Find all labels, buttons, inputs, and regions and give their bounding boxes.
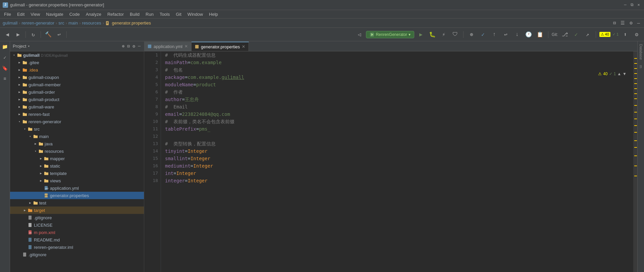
code-content[interactable]: # 代码生成器配置信息 mainPath=com.example # 包名 pa… [161,51,633,272]
bc-gulimall[interactable]: gulimall [3,20,17,26]
toolbar-history-btn[interactable]: 🕐 [524,30,533,39]
maven-panel-label[interactable]: m [638,62,644,71]
warning-badge[interactable]: ⚠ 40 [599,32,610,37]
toolbar-rollback-btn[interactable]: ↩ [501,30,511,39]
menu-build[interactable]: Build [127,11,142,17]
toolbar-refresh-btn[interactable]: ↻ [29,30,38,39]
menu-git[interactable]: Git [173,11,184,17]
minimize-button[interactable]: — [623,2,628,8]
expand-idea[interactable]: ▶ [17,67,22,73]
proj-locate-icon[interactable]: ⊕ [121,43,125,50]
expand-renren-fast[interactable]: ▶ [17,111,22,117]
menu-navigate[interactable]: Navigate [43,11,66,17]
expand-order[interactable]: ▶ [17,89,22,95]
tree-item-static[interactable]: ▶ static [10,162,144,170]
breadcrumb-collapse-btn[interactable]: ⊟ [612,19,617,27]
expand-views[interactable]: ▶ [38,178,44,183]
tree-item-product[interactable]: ▶ gulimall-product [10,96,144,103]
tree-item-iml[interactable]: renren-generator.iml [10,243,144,251]
expand-java[interactable]: ▶ [33,141,38,146]
expand-product[interactable]: ▶ [17,97,22,102]
database-panel-label[interactable]: Database [638,41,644,62]
tree-item-root-gitignore[interactable]: .gitignore [10,251,144,258]
close-button[interactable]: ✕ [636,2,641,8]
toolbar-commit-btn[interactable]: ✓ [478,30,488,39]
tree-item-application-yml[interactable]: yml application.yml [10,184,144,192]
menu-code[interactable]: Code [67,11,83,17]
toolbar-run-btn[interactable]: ▶ [416,30,426,39]
activity-bookmark-icon[interactable]: 🔖 [1,64,9,72]
toolbar-pull-btn[interactable]: ↓ [513,30,522,39]
tree-item-order[interactable]: ▶ gulimall-order [10,88,144,96]
tree-item-views[interactable]: ▶ views [10,177,144,184]
tree-item-gitignore[interactable]: .gitignore [10,214,144,221]
tab-application-yml-close[interactable]: ✕ [184,44,188,49]
tree-item-idea[interactable]: ▶ .idea [10,66,144,74]
breadcrumb-close-btn[interactable]: — [636,20,641,27]
breadcrumb-settings-btn[interactable]: ⚙ [628,19,634,27]
tree-item-template[interactable]: ▶ template [10,170,144,177]
maximize-button[interactable]: ⧉ [629,2,635,8]
tree-item-renren-generator[interactable]: ▾ renren-generator [10,118,144,125]
tree-item-mapper[interactable]: ▶ mapper [10,155,144,162]
tree-item-gulimall[interactable]: ▾ gulimall D:\IDEA\gulimall [10,51,144,59]
proj-close-icon[interactable]: — [137,43,141,50]
expand-gulimall[interactable]: ▾ [11,52,17,58]
toolbar-settings-btn[interactable]: ⚙ [632,30,641,39]
tree-item-pom[interactable]: xml m pom.xml [10,229,144,236]
run-config-button[interactable]: RenrenGenerator ▾ [366,31,414,38]
tree-item-renren-fast[interactable]: ▶ renren-fast [10,110,144,118]
menu-window[interactable]: Window [185,11,206,17]
expand-coupon[interactable]: ▶ [17,75,22,80]
proj-collapse-icon[interactable]: ⊟ [127,43,131,50]
menu-file[interactable]: File [1,11,14,17]
expand-mapper[interactable]: ▶ [38,156,44,161]
tree-item-member[interactable]: ▶ gulimall-member [10,81,144,88]
breadcrumb-expand-btn[interactable]: ☰ [619,19,626,27]
menu-run[interactable]: Run [143,11,156,17]
tree-item-generator-properties[interactable]: prop generator.properties [10,192,144,199]
menu-refactor[interactable]: Refactor [105,11,126,17]
menu-tools[interactable]: Tools [157,11,172,17]
tree-item-gitee[interactable]: ▶ .gitee [10,59,144,66]
tab-generator-properties[interactable]: generator.properties ✕ [192,42,249,51]
menu-analyze[interactable]: Analyze [83,11,104,17]
expand-ware[interactable]: ▶ [17,104,22,109]
toolbar-git-check[interactable]: ✓ [572,30,581,39]
activity-project-icon[interactable]: 📁 [1,43,9,51]
editor-nav-down[interactable]: ▼ [623,72,627,76]
tree-item-target[interactable]: ▶ target [10,207,144,214]
toolbar-profile-btn[interactable]: ⚡ [439,30,448,39]
expand-static[interactable]: ▶ [38,163,44,169]
project-dropdown-icon[interactable]: ▾ [28,44,30,48]
toolbar-build-btn[interactable]: 🔨 [44,30,53,39]
toolbar-back-btn[interactable]: ◀ [3,30,12,39]
activity-structure-icon[interactable]: ≡ [1,75,9,83]
toolbar-debug-btn[interactable]: 🐛 [428,30,437,39]
expand-src[interactable]: ▾ [22,126,28,132]
expand-renren-generator[interactable]: ▾ [17,119,22,124]
toolbar-git-arrow[interactable]: ↗ [583,30,592,39]
tree-item-resources[interactable]: ▾ resources [10,147,144,155]
activity-commit-icon[interactable]: ✓ [1,53,9,61]
tree-item-test[interactable]: ▶ test [10,199,144,207]
expand-template[interactable]: ▶ [38,171,44,176]
tab-application-yml[interactable]: application.yml ✕ [144,42,192,51]
expand-member[interactable]: ▶ [17,82,22,87]
menu-view[interactable]: View [28,11,43,17]
toolbar-shelf-btn[interactable]: 📋 [535,30,545,39]
toolbar-push-btn[interactable]: ↑ [490,30,499,39]
bc-src[interactable]: src [58,20,64,26]
tree-item-coupon[interactable]: ▶ gulimall-coupon [10,74,144,81]
proj-settings-icon[interactable]: ⚙ [132,43,136,50]
bc-resources[interactable]: resources [82,20,101,26]
expand-test[interactable]: ▶ [28,200,33,206]
toolbar-expand-btn[interactable]: ⬆ [621,30,630,39]
toolbar-vcs-btn[interactable]: ⊕ [467,30,476,39]
bc-main[interactable]: main [68,20,78,26]
bc-renren-generator[interactable]: renren-generator [21,20,54,26]
tab-generator-properties-close[interactable]: ✕ [242,44,245,49]
tree-item-java[interactable]: ▶ java [10,140,144,147]
toolbar-coverage-btn[interactable]: 🛡 [450,30,460,39]
expand-target[interactable]: ▶ [22,208,28,213]
